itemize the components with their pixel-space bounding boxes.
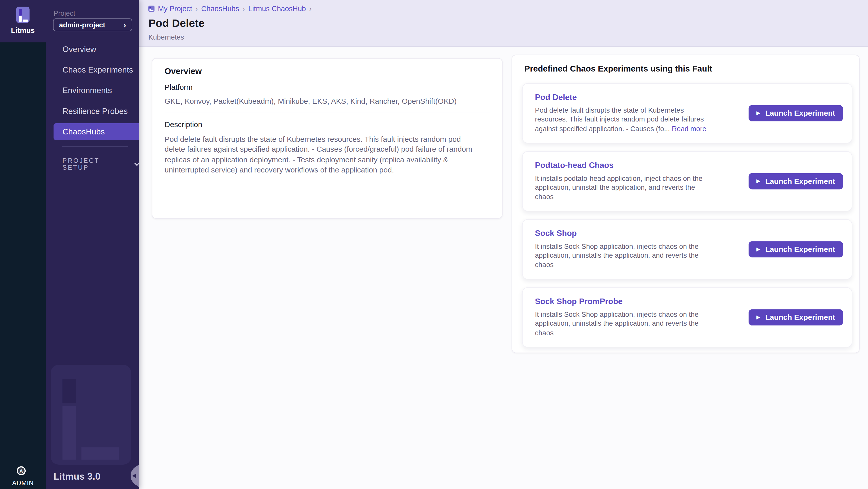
collapse-arrow-icon — [132, 473, 136, 478]
breadcrumb-litmus-chaoshub[interactable]: Litmus ChaosHub — [248, 5, 306, 13]
project-setup-label: PROJECT SETUP — [62, 157, 127, 171]
left-rail: Litmus A ADMIN — [0, 0, 45, 489]
experiment-card-pod-delete: Pod Delete Pod delete fault disrupts the… — [522, 83, 852, 144]
fault-description: Pod delete fault disrupts the state of K… — [165, 134, 480, 175]
project-select[interactable]: admin-project › — [53, 19, 132, 31]
sidebar-nav: Overview Chaos Experiments Environments … — [45, 41, 139, 144]
sidebar-item-chaos-experiments[interactable]: Chaos Experiments — [45, 61, 139, 78]
experiment-title-link[interactable]: Sock Shop PromProbe — [535, 297, 623, 306]
sidebar-item-environments[interactable]: Environments — [45, 82, 139, 99]
sidebar-divider — [62, 146, 128, 147]
sidebar-item-overview[interactable]: Overview — [45, 41, 139, 58]
launch-experiment-button[interactable]: ▶ Launch Experiment — [748, 241, 843, 257]
avatar-username: ADMIN — [0, 480, 45, 486]
sidebar-item-resilience-probes[interactable]: Resilience Probes — [45, 103, 139, 119]
experiment-description: It installs Sock Shop application, injec… — [535, 310, 715, 338]
litmus-breadcrumb-icon — [148, 6, 154, 12]
version-label: Litmus 3.0 — [54, 471, 100, 482]
launch-experiment-button[interactable]: ▶ Launch Experiment — [748, 173, 843, 189]
experiment-title-link[interactable]: Pod Delete — [535, 93, 577, 101]
experiment-card-sock-shop: Sock Shop It installs Sock Shop applicat… — [522, 219, 852, 279]
platform-list: GKE, Konvoy, Packet(Kubeadm), Minikube, … — [165, 97, 490, 105]
sidebar-panel: Project admin-project › Overview Chaos E… — [45, 0, 139, 489]
page-subtitle: Kubernetes — [148, 33, 184, 41]
litmus-logo-icon — [16, 7, 30, 23]
breadcrumb: My Project › ChaosHubs › Litmus ChaosHub… — [148, 5, 312, 13]
breadcrumb-my-project[interactable]: My Project — [158, 5, 192, 13]
experiments-panel-title: Predefined Chaos Experiments using this … — [524, 64, 712, 73]
breadcrumb-separator: › — [309, 5, 312, 13]
sidebar-item-chaoshubs[interactable]: ChaosHubs — [53, 123, 139, 140]
play-icon: ▶ — [756, 111, 760, 116]
play-icon: ▶ — [756, 315, 760, 320]
litmus-app: Litmus A ADMIN Project admin-project › O… — [0, 0, 868, 489]
breadcrumb-separator: › — [243, 5, 245, 13]
project-setup-toggle[interactable]: PROJECT SETUP — [62, 157, 139, 171]
breadcrumb-chaoshubs[interactable]: ChaosHubs — [201, 5, 239, 13]
litmus-logo-label: Litmus — [0, 26, 45, 34]
chevron-right-icon: › — [124, 21, 126, 29]
litmus-watermark-logo — [51, 365, 131, 465]
page-title: Pod Delete — [148, 17, 205, 30]
project-label: Project — [54, 9, 75, 17]
breadcrumb-separator: › — [195, 5, 198, 13]
read-more-link[interactable]: Read more — [672, 125, 706, 133]
project-select-value: admin-project — [59, 21, 105, 29]
play-icon: ▶ — [756, 247, 760, 252]
launch-experiment-button[interactable]: ▶ Launch Experiment — [748, 105, 843, 121]
experiment-title-link[interactable]: Podtato-head Chaos — [535, 160, 614, 170]
launch-experiment-button[interactable]: ▶ Launch Experiment — [748, 309, 843, 326]
experiment-description: It installs podtato-head application, in… — [535, 174, 715, 202]
page-header: My Project › ChaosHubs › Litmus ChaosHub… — [139, 0, 868, 47]
avatar: A — [17, 466, 26, 475]
platform-label: Platform — [165, 83, 490, 92]
play-icon: ▶ — [756, 179, 760, 184]
sidebar: Litmus A ADMIN Project admin-project › O… — [0, 0, 139, 489]
experiment-card-sock-shop-promprobe: Sock Shop PromProbe It installs Sock Sho… — [522, 287, 852, 348]
chevron-down-icon — [134, 160, 140, 165]
overview-divider — [165, 113, 490, 113]
experiment-description: It installs Sock Shop application, injec… — [535, 242, 715, 269]
overview-card: Overview Platform GKE, Konvoy, Packet(Ku… — [152, 58, 502, 219]
predefined-experiments-panel: Predefined Chaos Experiments using this … — [512, 55, 860, 353]
experiment-description: Pod delete fault disrupts the state of K… — [535, 106, 715, 133]
description-label: Description — [165, 120, 490, 129]
litmus-home-link[interactable]: Litmus — [0, 0, 45, 42]
experiment-title-link[interactable]: Sock Shop — [535, 229, 577, 238]
user-menu[interactable]: A ADMIN — [0, 465, 45, 489]
experiment-card-podtato-head-chaos: Podtato-head Chaos It installs podtato-h… — [522, 151, 852, 212]
overview-title: Overview — [165, 66, 490, 76]
avatar-initial: A — [19, 468, 23, 474]
main-content: My Project › ChaosHubs › Litmus ChaosHub… — [139, 0, 868, 489]
experiment-card-list: Pod Delete Pod delete fault disrupts the… — [522, 83, 852, 355]
